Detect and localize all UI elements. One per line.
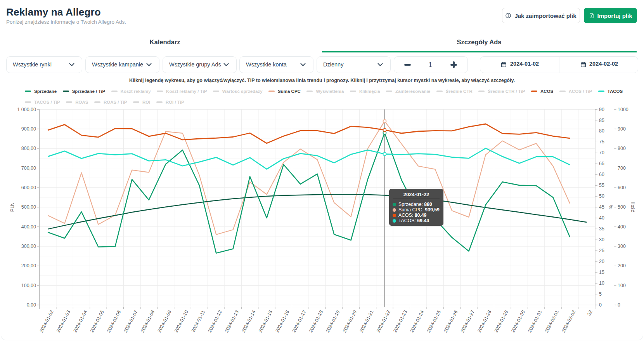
svg-text:10: 10 [599,281,604,286]
svg-text:900: 900 [618,126,626,132]
svg-text:700,00: 700,00 [21,166,36,171]
svg-text:700: 700 [618,166,626,171]
svg-text:1000: 1000 [618,107,628,112]
svg-text:32: 32 [586,309,594,317]
svg-text:85: 85 [599,118,604,123]
svg-text:2024-02-02: 2024-02-02 [561,309,576,333]
svg-text:2024-01-24: 2024-01-24 [409,309,425,333]
svg-text:2024-01-18: 2024-01-18 [308,309,324,333]
svg-text:55: 55 [599,183,604,188]
svg-text:300: 300 [618,244,626,249]
svg-text:2024-01-05: 2024-01-05 [89,309,105,333]
svg-text:400,00: 400,00 [21,224,36,230]
svg-text:0: 0 [599,302,602,308]
svg-text:2024-01-28: 2024-01-28 [476,309,492,333]
svg-text:2024-01-27: 2024-01-27 [460,309,476,333]
svg-text:2024-01-12: 2024-01-12 [207,309,223,333]
svg-text:2024-01-07: 2024-01-07 [123,309,138,333]
svg-text:15: 15 [599,270,604,275]
svg-text:2024-01-14: 2024-01-14 [241,309,256,333]
svg-text:5: 5 [599,291,602,297]
svg-text:100: 100 [618,283,626,288]
svg-text:PLN: PLN [10,202,15,212]
svg-text:2024-01-11: 2024-01-11 [190,309,206,333]
svg-text:20: 20 [599,259,604,264]
svg-text:2024-01-29: 2024-01-29 [493,309,509,333]
svg-text:2024-01-15: 2024-01-15 [258,309,274,333]
svg-text:2024-01-30: 2024-01-30 [510,309,526,333]
svg-text:200: 200 [618,263,626,268]
svg-text:2024-01-16: 2024-01-16 [274,309,290,333]
svg-text:300,00: 300,00 [21,244,36,249]
svg-text:2024-01-03: 2024-01-03 [55,309,71,333]
svg-text:65: 65 [599,161,604,166]
svg-text:2024-01-06: 2024-01-06 [106,309,122,333]
svg-text:90: 90 [599,107,604,112]
svg-text:500: 500 [618,204,626,210]
svg-text:2024-01-23: 2024-01-23 [392,309,408,333]
svg-text:25: 25 [599,248,604,253]
svg-text:50: 50 [599,193,604,199]
svg-text:600,00: 600,00 [21,185,36,190]
svg-text:2024-01-19: 2024-01-19 [325,309,341,333]
svg-text:2024-01-20: 2024-01-20 [342,309,358,333]
svg-text:1 000,00: 1 000,00 [17,107,36,112]
svg-text:2024-01-26: 2024-01-26 [443,309,459,333]
svg-text:2024-01-21: 2024-01-21 [358,309,374,333]
svg-text:80: 80 [599,128,604,134]
svg-text:800: 800 [618,146,626,151]
svg-text:500,00: 500,00 [21,204,36,210]
svg-text:800,00: 800,00 [21,146,36,151]
svg-text:0,00: 0,00 [27,302,36,308]
svg-text:40: 40 [599,215,604,221]
svg-text:2024-01-17: 2024-01-17 [291,309,307,333]
svg-text:2024-01-08: 2024-01-08 [140,309,156,333]
svg-text:2024-02-01: 2024-02-01 [544,309,560,333]
svg-text:2024-01-09: 2024-01-09 [156,309,172,333]
svg-text:35: 35 [599,226,604,232]
svg-text:Ilość: Ilość [630,202,635,212]
svg-text:45: 45 [599,204,604,210]
svg-text:70: 70 [599,150,604,155]
svg-text:2024-01-22: 2024-01-22 [376,309,391,333]
svg-text:2024-01-13: 2024-01-13 [224,309,240,333]
svg-text:%: % [608,205,613,209]
svg-text:2024-01-02: 2024-01-02 [38,309,54,333]
svg-text:60: 60 [599,172,604,177]
svg-text:200,00: 200,00 [21,263,36,268]
svg-text:100,00: 100,00 [21,283,36,288]
svg-text:2024-01-10: 2024-01-10 [173,309,189,333]
svg-text:400: 400 [618,224,626,230]
svg-text:2024-01-31: 2024-01-31 [527,309,543,333]
svg-text:2024-01-04: 2024-01-04 [72,309,88,333]
svg-text:75: 75 [599,139,604,145]
svg-text:30: 30 [599,237,604,242]
svg-text:600: 600 [618,185,626,190]
svg-text:900,00: 900,00 [21,126,36,132]
svg-text:2024-01-25: 2024-01-25 [426,309,442,333]
svg-text:0: 0 [618,302,620,308]
